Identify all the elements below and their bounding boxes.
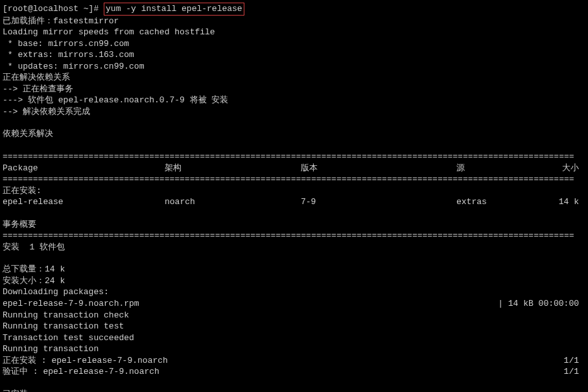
trans-right: 1/1 [564, 355, 585, 367]
table-row: epel-release noarch 7-9 extras 14 k [3, 196, 585, 208]
trans-left: 正在安装 : epel-release-7-9.noarch [3, 355, 564, 367]
output-line: 正在解决依赖关系 [3, 72, 585, 84]
terminal-output: [root@localhost ~]# yum -y install epel-… [3, 3, 585, 392]
output-line: * extras: mirrors.163.com [3, 49, 585, 61]
output-line: Running transaction check [3, 310, 585, 321]
blank-line [3, 117, 585, 128]
output-line: --> 正在检查事务 [3, 84, 585, 95]
output-line: Loading mirror speeds from cached hostfi… [3, 27, 585, 38]
pkg-name: epel-release [3, 196, 165, 208]
pkg-version: 7-9 [301, 196, 456, 208]
table-header: Package 架构 版本 源 大小 [3, 163, 585, 174]
blank-line [3, 140, 585, 151]
header-arch: 架构 [165, 163, 301, 174]
header-package: Package [3, 163, 165, 174]
pkg-size: 14 k [547, 196, 585, 208]
output-line: Running transaction [3, 343, 585, 355]
transaction-row: 正在安装 : epel-release-7-9.noarch 1/1 [3, 355, 585, 367]
output-line: 已加载插件：fastestmirror [3, 16, 585, 27]
download-name: epel-release-7-9.noarch.rpm [3, 298, 498, 310]
output-line: --> 解决依赖关系完成 [3, 106, 585, 118]
download-progress: | 14 kB 00:00:00 [498, 298, 585, 310]
blank-line [3, 253, 585, 264]
separator-double: ========================================… [3, 174, 585, 185]
output-line: 总下载量：14 k [3, 264, 585, 275]
output-line: * base: mirrors.cn99.com [3, 38, 585, 50]
trans-right: 1/1 [564, 366, 585, 378]
header-size: 大小 [547, 163, 585, 174]
trans-left: 验证中 : epel-release-7-9.noarch [3, 366, 564, 378]
header-version: 版本 [301, 163, 456, 174]
installing-label: 正在安装: [3, 185, 585, 197]
output-line: 安装大小：24 k [3, 275, 585, 287]
output-line: ---> 软件包 epel-release.noarch.0.7-9 将被 安装 [3, 95, 585, 106]
highlighted-command: yum -y install epel-release [104, 3, 244, 16]
output-line: Downloading packages: [3, 286, 585, 298]
deps-resolved: 依赖关系解决 [3, 128, 585, 140]
pkg-repo: extras [456, 196, 547, 208]
output-line: Running transaction test [3, 321, 585, 332]
output-line: Transaction test succeeded [3, 332, 585, 344]
blank-line [3, 378, 585, 389]
download-row: epel-release-7-9.noarch.rpm | 14 kB 00:0… [3, 298, 585, 310]
command-line: [root@localhost ~]# yum -y install epel-… [3, 3, 585, 16]
header-repo: 源 [456, 163, 547, 174]
separator-double: ========================================… [3, 151, 585, 163]
blank-line [3, 208, 585, 219]
prompt: [root@localhost ~]# [3, 4, 104, 14]
output-line: * updates: mirrors.cn99.com [3, 61, 585, 73]
installed-label: 已安装: [3, 389, 585, 392]
summary-label: 事务概要 [3, 219, 585, 231]
separator-double: ========================================… [3, 230, 585, 242]
install-count: 安装 1 软件包 [3, 242, 585, 253]
transaction-row: 验证中 : epel-release-7-9.noarch 1/1 [3, 366, 585, 378]
pkg-arch: noarch [165, 196, 301, 208]
